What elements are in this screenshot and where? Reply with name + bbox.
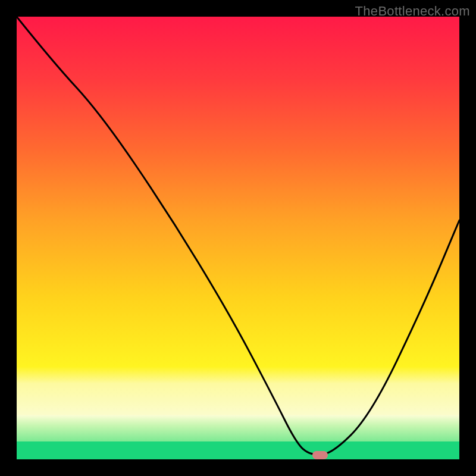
optimal-point-marker <box>312 451 328 459</box>
watermark-label: TheBottleneck.com <box>355 4 470 19</box>
plot-area <box>17 17 459 459</box>
bottleneck-curve <box>17 17 459 459</box>
chart-frame: TheBottleneck.com <box>0 0 476 476</box>
